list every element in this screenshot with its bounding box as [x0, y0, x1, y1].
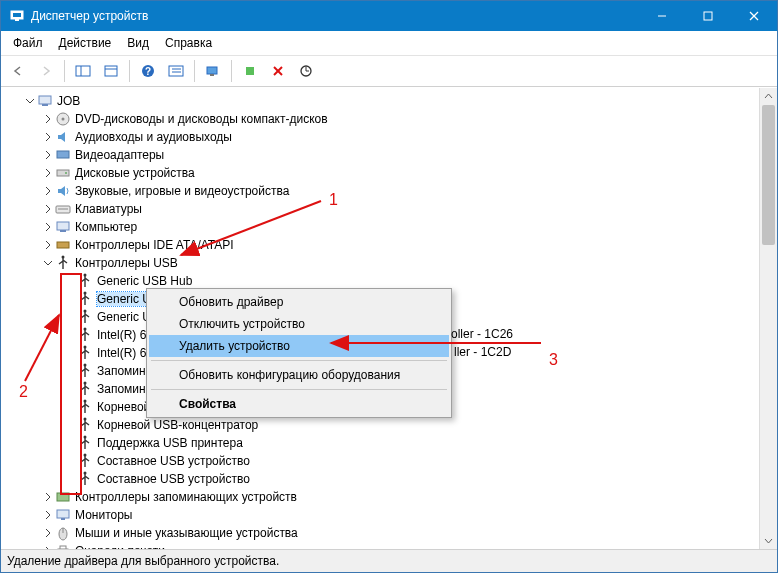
- vertical-scrollbar[interactable]: [759, 88, 777, 549]
- collapse-icon[interactable]: [23, 96, 37, 106]
- tree-category-audio[interactable]: Аудиовходы и аудиовыходы: [1, 128, 759, 146]
- context-disable-device[interactable]: Отключить устройство: [149, 313, 449, 335]
- update-driver-button[interactable]: [293, 58, 319, 84]
- tree-label: Компьютер: [75, 220, 137, 234]
- scroll-down-button[interactable]: [760, 532, 777, 549]
- expand-icon[interactable]: [41, 240, 55, 250]
- expand-icon[interactable]: [41, 222, 55, 232]
- menu-bar: Файл Действие Вид Справка: [1, 31, 777, 56]
- tree-item-usb-device[interactable]: Составное USB устройство: [1, 452, 759, 470]
- context-properties[interactable]: Свойства: [149, 393, 449, 415]
- usb-device-icon: [77, 363, 93, 379]
- scan-hardware-button[interactable]: [200, 58, 226, 84]
- tree-category-keyboard[interactable]: Клавиатуры: [1, 200, 759, 218]
- tree-category-dvd[interactable]: DVD-дисководы и дисководы компакт-дисков: [1, 110, 759, 128]
- tree-category-ide[interactable]: Контроллеры IDE ATA/ATAPI: [1, 236, 759, 254]
- expand-icon[interactable]: [41, 168, 55, 178]
- keyboard-icon: [55, 201, 71, 217]
- maximize-button[interactable]: [685, 1, 731, 31]
- svg-rect-31: [57, 222, 69, 230]
- svg-rect-18: [246, 67, 254, 75]
- minimize-button[interactable]: [639, 1, 685, 31]
- forward-button[interactable]: [33, 58, 59, 84]
- collapse-icon[interactable]: [41, 258, 55, 268]
- expand-icon[interactable]: [41, 132, 55, 142]
- usb-device-icon: [77, 399, 93, 415]
- show-hide-tree-button[interactable]: [70, 58, 96, 84]
- uninstall-button[interactable]: [265, 58, 291, 84]
- svg-rect-32: [60, 230, 66, 232]
- menu-file[interactable]: Файл: [5, 34, 51, 52]
- details-button[interactable]: [163, 58, 189, 84]
- expand-icon[interactable]: [41, 528, 55, 538]
- svg-rect-13: [169, 66, 183, 76]
- tree-label: Generic USB Hub: [97, 274, 192, 288]
- tree-category-disk[interactable]: Дисковые устройства: [1, 164, 759, 182]
- window-title: Диспетчер устройств: [31, 9, 639, 23]
- context-uninstall-device[interactable]: Удалить устройство: [149, 335, 449, 357]
- content-area: JOB DVD-дисководы и дисководы компакт-ди…: [1, 87, 777, 549]
- svg-point-36: [84, 292, 87, 295]
- tree-category-storage[interactable]: Контроллеры запоминающих устройств: [1, 488, 759, 506]
- tree-category-computer[interactable]: Компьютер: [1, 218, 759, 236]
- scroll-track[interactable]: [760, 105, 777, 532]
- expand-icon[interactable]: [41, 150, 55, 160]
- usb-device-icon: [77, 381, 93, 397]
- context-menu: Обновить драйвер Отключить устройство Уд…: [146, 288, 452, 418]
- svg-point-28: [65, 172, 67, 174]
- context-scan-hardware[interactable]: Обновить конфигурацию оборудования: [149, 364, 449, 386]
- tree-category-usb[interactable]: Контроллеры USB: [1, 254, 759, 272]
- tree-label: Поддержка USB принтера: [97, 436, 243, 450]
- scroll-up-button[interactable]: [760, 88, 777, 105]
- expand-icon[interactable]: [41, 546, 55, 549]
- tree-label: Мониторы: [75, 508, 132, 522]
- tree-root[interactable]: JOB: [1, 92, 759, 110]
- tree-label: Дисковые устройства: [75, 166, 195, 180]
- properties-button[interactable]: [98, 58, 124, 84]
- tree-category-mouse[interactable]: Мыши и иные указывающие устройства: [1, 524, 759, 542]
- tree-label: JOB: [57, 94, 80, 108]
- context-separator: [151, 360, 447, 361]
- svg-point-42: [84, 400, 87, 403]
- tree-category-print-queues[interactable]: Очереди печати: [1, 542, 759, 549]
- app-icon: [9, 8, 25, 24]
- svg-rect-1: [13, 13, 21, 17]
- title-bar: Диспетчер устройств: [1, 1, 777, 31]
- usb-device-icon: [77, 309, 93, 325]
- status-text: Удаление драйвера для выбранного устройс…: [7, 554, 279, 568]
- tree-label: Очереди печати: [75, 544, 165, 549]
- tree-category-sound[interactable]: Звуковые, игровые и видеоустройства: [1, 182, 759, 200]
- tree-label: Контроллеры USB: [75, 256, 178, 270]
- expand-icon[interactable]: [41, 114, 55, 124]
- back-button[interactable]: [5, 58, 31, 84]
- tree-item-usb-device[interactable]: Поддержка USB принтера: [1, 434, 759, 452]
- help-button[interactable]: ?: [135, 58, 161, 84]
- device-tree[interactable]: JOB DVD-дисководы и дисководы компакт-ди…: [1, 88, 759, 549]
- usb-icon: [55, 255, 71, 271]
- tree-item-usb-device[interactable]: Корневой USB-концентратор: [1, 416, 759, 434]
- svg-point-43: [84, 418, 87, 421]
- svg-rect-49: [61, 518, 65, 520]
- menu-view[interactable]: Вид: [119, 34, 157, 52]
- usb-device-icon: [77, 327, 93, 343]
- svg-rect-16: [207, 67, 217, 74]
- tree-category-video[interactable]: Видеоадаптеры: [1, 146, 759, 164]
- menu-action[interactable]: Действие: [51, 34, 120, 52]
- toolbar: ?: [1, 56, 777, 87]
- usb-device-icon: [77, 471, 93, 487]
- toolbar-separator: [64, 60, 65, 82]
- expand-icon[interactable]: [41, 204, 55, 214]
- tree-category-monitor[interactable]: Мониторы: [1, 506, 759, 524]
- svg-text:?: ?: [145, 66, 151, 77]
- context-update-driver[interactable]: Обновить драйвер: [149, 291, 449, 313]
- display-adapter-icon: [55, 147, 71, 163]
- expand-icon[interactable]: [41, 510, 55, 520]
- scroll-thumb[interactable]: [762, 105, 775, 245]
- enable-button[interactable]: [237, 58, 263, 84]
- close-button[interactable]: [731, 1, 777, 31]
- menu-help[interactable]: Справка: [157, 34, 220, 52]
- svg-point-39: [84, 346, 87, 349]
- tree-item-usb-device[interactable]: Составное USB устройство: [1, 470, 759, 488]
- expand-icon[interactable]: [41, 492, 55, 502]
- expand-icon[interactable]: [41, 186, 55, 196]
